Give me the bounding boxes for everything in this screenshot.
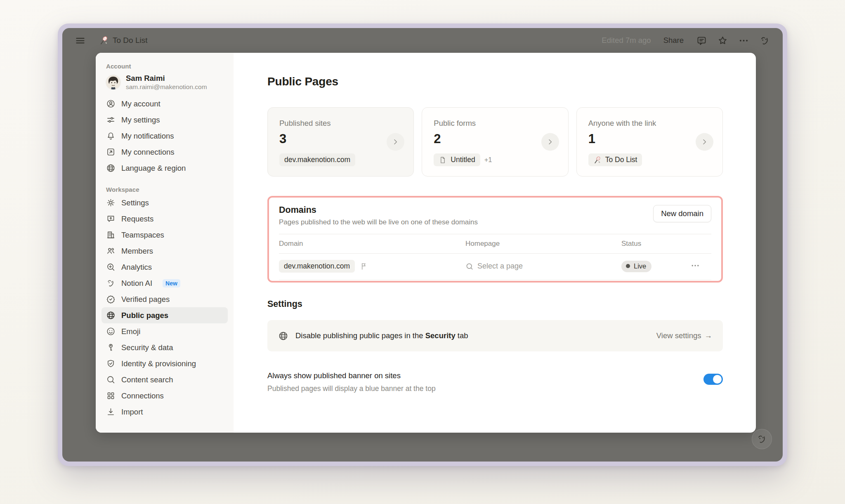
- card-open-button[interactable]: [387, 133, 404, 151]
- card-pill[interactable]: To Do List: [588, 153, 642, 166]
- sidebar-item-security-data[interactable]: Security & data: [101, 339, 228, 356]
- summary-cards: Published sites3dev.makenotion.comPublic…: [267, 107, 723, 177]
- card-pill-row: To Do List: [588, 153, 711, 166]
- domain-row-more-button[interactable]: [688, 260, 702, 273]
- search-icon: [465, 262, 474, 271]
- notion-ai-fab[interactable]: [752, 429, 772, 449]
- settings-modal: Account Sam Raimi sam.raimi@makenotion.c…: [96, 53, 756, 433]
- avatar: [106, 75, 120, 89]
- sidebar-item-my-settings[interactable]: My settings: [101, 112, 228, 128]
- sidebar-item-teamspaces[interactable]: Teamspaces: [101, 227, 228, 243]
- flag-icon[interactable]: [360, 262, 368, 271]
- more-options-icon[interactable]: [738, 35, 749, 46]
- globe-icon: [106, 311, 116, 320]
- security-banner-text: Disable publishing public pages in the S…: [295, 331, 468, 340]
- workspace-item-list: SettingsRequestsTeamspacesMembersAnalyti…: [101, 195, 228, 420]
- toggle-labels: Always show published banner on sites Pu…: [267, 371, 436, 393]
- key-icon: [106, 343, 116, 352]
- sidebar-item-members[interactable]: Members: [101, 243, 228, 259]
- sidebar-item-my-connections[interactable]: My connections: [101, 144, 228, 160]
- settings-sidebar: Account Sam Raimi sam.raimi@makenotion.c…: [96, 53, 234, 433]
- status-text: Live: [634, 262, 646, 270]
- sidebar-item-emoji[interactable]: Emoji: [101, 323, 228, 339]
- notion-ai-icon[interactable]: [759, 35, 770, 46]
- arrow-right-icon: →: [705, 331, 713, 340]
- sidebar-item-label: My account: [121, 99, 161, 108]
- sidebar-item-label: Connections: [121, 391, 164, 400]
- user-email: sam.raimi@makenotion.com: [126, 83, 207, 91]
- comments-icon[interactable]: [696, 35, 707, 46]
- more-options-icon: [690, 261, 700, 271]
- shield-check-icon: [106, 359, 116, 368]
- card-count: 2: [434, 132, 556, 146]
- sidebar-item-connections[interactable]: Connections: [101, 388, 228, 404]
- card-open-button[interactable]: [696, 133, 713, 151]
- sidebar-item-label: Emoji: [121, 327, 140, 336]
- sidebar-item-settings[interactable]: Settings: [101, 195, 228, 211]
- card-label: Published sites: [279, 119, 402, 128]
- domains-section-highlighted: Domains Pages published to the web will …: [267, 196, 723, 283]
- card-open-button[interactable]: [541, 133, 559, 151]
- card-published-sites[interactable]: Published sites3dev.makenotion.com: [267, 107, 414, 177]
- sidebar-item-label: Public pages: [121, 311, 168, 320]
- security-banner: Disable publishing public pages in the S…: [267, 320, 723, 351]
- card-pill[interactable]: dev.makenotion.com: [279, 153, 355, 166]
- sidebar-item-my-notifications[interactable]: My notifications: [101, 128, 228, 144]
- sidebar-item-label: My notifications: [121, 132, 174, 141]
- page-title: To Do List: [113, 36, 147, 45]
- share-button[interactable]: Share: [663, 36, 684, 45]
- analytics-icon: [106, 262, 116, 272]
- status-badge: Live: [621, 261, 651, 272]
- sidebar-item-my-account[interactable]: My account: [101, 96, 228, 112]
- sidebar-item-label: Security & data: [121, 343, 173, 352]
- domain-pill[interactable]: dev.makenotion.com: [279, 260, 355, 273]
- chevron-right-icon: [392, 139, 399, 146]
- chevron-right-icon: [547, 139, 554, 146]
- select-homepage-button[interactable]: Select a page: [465, 262, 523, 271]
- menu-icon[interactable]: [75, 35, 86, 46]
- domains-table-body: dev.makenotion.comSelect a pageLive: [279, 254, 711, 280]
- sidebar-item-identity-provisioning[interactable]: Identity & provisioning: [101, 356, 228, 372]
- card-anyone-with-the-link[interactable]: Anyone with the link1To Do List: [576, 107, 723, 177]
- sidebar-item-requests[interactable]: Requests: [101, 211, 228, 227]
- star-icon[interactable]: [717, 35, 728, 46]
- badminton-racket-icon: [99, 35, 109, 45]
- ai-face-icon: [106, 278, 116, 288]
- dimmed-workspace-background: To Do List Edited 7m ago Share Account S…: [62, 28, 783, 462]
- breadcrumb[interactable]: To Do List: [99, 35, 147, 45]
- grid-icon: [106, 391, 116, 400]
- card-pill-row: Untitled+1: [434, 153, 556, 166]
- view-settings-link[interactable]: View settings→: [656, 331, 712, 340]
- new-domain-button[interactable]: New domain: [653, 205, 711, 222]
- app-window: To Do List Edited 7m ago Share Account S…: [58, 24, 787, 466]
- account-user[interactable]: Sam Raimi sam.raimi@makenotion.com: [101, 70, 228, 94]
- sidebar-item-label: Members: [121, 247, 153, 256]
- account-item-list: My accountMy settingsMy notificationsMy …: [101, 96, 228, 176]
- sidebar-item-verified-pages[interactable]: Verified pages: [101, 291, 228, 307]
- card-label: Public forms: [434, 119, 556, 128]
- notion-ai-icon: [756, 433, 767, 445]
- sidebar-item-analytics[interactable]: Analytics: [101, 259, 228, 275]
- panel-title: Public Pages: [267, 75, 723, 88]
- sidebar-item-label: Import: [121, 407, 143, 417]
- sidebar-item-public-pages[interactable]: Public pages: [101, 307, 228, 323]
- sidebar-item-language-region[interactable]: Language & region: [101, 160, 228, 176]
- sidebar-item-label: Content search: [121, 375, 173, 384]
- card-label: Anyone with the link: [588, 119, 711, 128]
- sidebar-item-label: Requests: [121, 214, 153, 224]
- sidebar-item-notion-ai[interactable]: Notion AINew: [101, 275, 228, 291]
- card-pill-text: dev.makenotion.com: [284, 155, 350, 164]
- card-pill[interactable]: Untitled: [434, 153, 480, 166]
- column-domain: Domain: [279, 240, 465, 248]
- published-banner-toggle[interactable]: [703, 374, 723, 385]
- settings-heading: Settings: [267, 299, 723, 309]
- sidebar-item-content-search[interactable]: Content search: [101, 372, 228, 388]
- sidebar-item-label: My connections: [121, 148, 175, 157]
- sidebar-item-label: My settings: [121, 115, 160, 125]
- card-public-forms[interactable]: Public forms2Untitled+1: [422, 107, 568, 177]
- smiley-icon: [106, 327, 116, 336]
- search-icon: [106, 375, 116, 384]
- sidebar-item-import[interactable]: Import: [101, 404, 228, 420]
- racket-icon: [593, 156, 602, 164]
- domain-row: dev.makenotion.comSelect a pageLive: [279, 254, 711, 280]
